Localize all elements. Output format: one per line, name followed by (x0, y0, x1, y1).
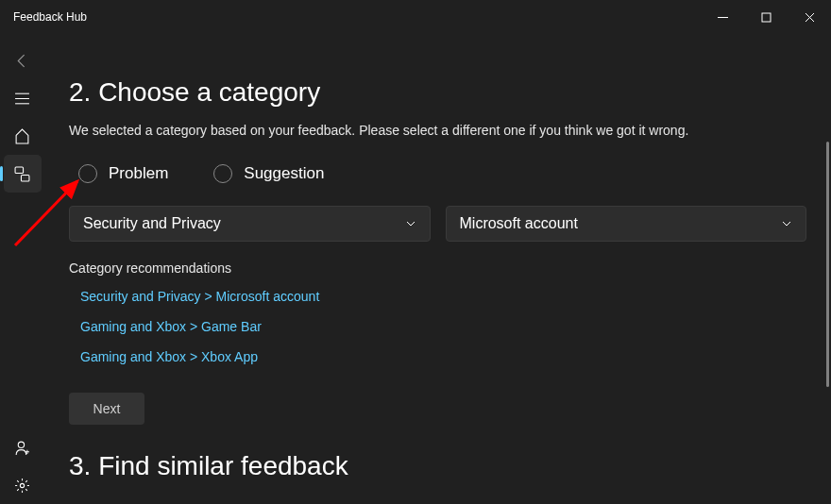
recommendation-link[interactable]: Gaming and Xbox > Xbox App (80, 349, 806, 364)
subcategory-value: Microsoft account (460, 215, 578, 232)
sidebar (0, 34, 44, 504)
section-3-title: 3. Find similar feedback (69, 451, 806, 481)
helper-text: We selected a category based on your fee… (69, 123, 806, 138)
menu-button[interactable] (4, 79, 42, 117)
svg-rect-1 (762, 13, 771, 22)
back-button[interactable] (4, 42, 42, 79)
settings-nav[interactable] (4, 466, 42, 504)
section-2-title: 2. Choose a category (69, 77, 806, 108)
svg-point-10 (26, 450, 28, 452)
titlebar: Feedback Hub (0, 0, 831, 34)
radio-suggestion-label: Suggestion (244, 164, 324, 183)
feedback-type-radio-group: Problem Suggestion (78, 164, 806, 183)
maximize-button[interactable] (744, 3, 788, 31)
svg-rect-8 (21, 175, 29, 180)
window-controls (701, 3, 831, 31)
recommend-label: Category recommendations (69, 260, 806, 276)
main-content: 2. Choose a category We selected a categ… (44, 34, 831, 504)
close-button[interactable] (788, 3, 831, 31)
radio-suggestion[interactable]: Suggestion (213, 164, 324, 183)
recommendation-link[interactable]: Security and Privacy > Microsoft account (80, 289, 806, 304)
next-button[interactable]: Next (69, 393, 144, 425)
profile-nav[interactable] (4, 428, 42, 466)
chevron-down-icon (405, 218, 416, 229)
scrollbar[interactable] (826, 142, 829, 387)
radio-problem[interactable]: Problem (78, 164, 168, 183)
radio-icon (78, 164, 97, 183)
recommendation-link[interactable]: Gaming and Xbox > Game Bar (80, 319, 806, 334)
home-nav[interactable] (4, 117, 42, 155)
chevron-down-icon (781, 218, 792, 229)
svg-point-9 (18, 442, 24, 447)
recommendation-list: Security and Privacy > Microsoft account… (80, 289, 806, 364)
svg-rect-7 (15, 167, 24, 173)
category-value: Security and Privacy (83, 215, 221, 232)
feedback-nav[interactable] (4, 155, 42, 193)
radio-problem-label: Problem (109, 164, 168, 183)
minimize-button[interactable] (701, 3, 744, 31)
subcategory-dropdown[interactable]: Microsoft account (446, 206, 807, 242)
svg-point-15 (20, 483, 24, 487)
category-dropdown[interactable]: Security and Privacy (69, 206, 431, 242)
category-dropdown-row: Security and Privacy Microsoft account (69, 206, 806, 242)
radio-icon (213, 164, 232, 183)
window-title: Feedback Hub (13, 10, 701, 24)
